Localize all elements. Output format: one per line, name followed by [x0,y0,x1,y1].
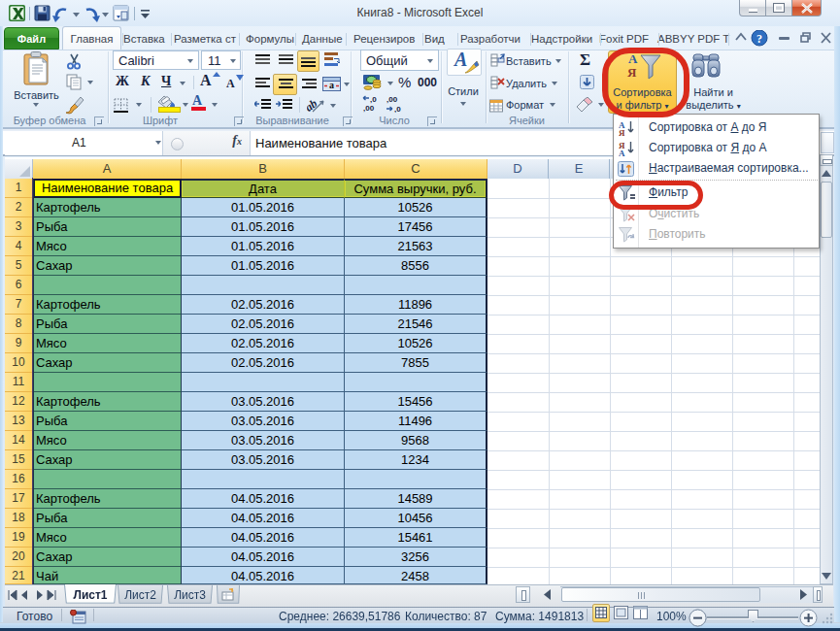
svg-text:a: a [329,80,334,90]
svg-text:,00: ,00 [386,95,398,104]
svg-text:,00: ,00 [363,104,375,113]
svg-text:Я: Я [619,128,625,136]
svg-text:,0: ,0 [370,95,377,104]
svg-text:А: А [619,149,625,156]
svg-text:,0: ,0 [394,105,401,113]
svg-text:?: ? [756,32,762,46]
